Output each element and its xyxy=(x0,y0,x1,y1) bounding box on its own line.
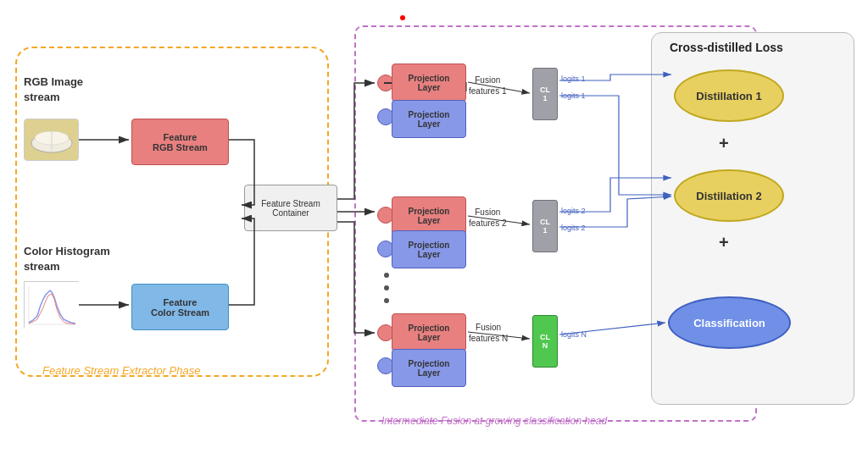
logit-1a: logits 1 xyxy=(561,75,586,83)
red-dot xyxy=(400,15,405,20)
proj-box-3: ProjectionLayer xyxy=(392,196,466,235)
cross-distilled-title: Cross-distilled Loss xyxy=(670,41,783,54)
proj-box-4: ProjectionLayer xyxy=(392,230,466,268)
proj-box-2: ProjectionLayer xyxy=(392,100,466,138)
plus-sign-1: + xyxy=(719,134,729,153)
cl-box-2: CL1 xyxy=(532,200,558,252)
color-hist-label: Color Histogramstream xyxy=(24,244,110,274)
logit-1b: logits 1 xyxy=(561,91,586,100)
cl-box-n: CLN xyxy=(532,315,558,368)
feature-stream-container: Feature StreamContainer xyxy=(244,185,337,231)
distillation-1: Distillation 1 xyxy=(674,69,784,122)
feature-color-box: FeatureColor Stream xyxy=(131,284,229,330)
logit-2a: logits 2 xyxy=(561,207,586,215)
fusion-label: Intermediate Fusion at growing classific… xyxy=(381,415,607,427)
distillation-2: Distillation 2 xyxy=(674,169,784,222)
fusion-feat-2: Fusionfeatures 2 xyxy=(469,207,506,229)
rgb-stream-label: RGB Imagestream xyxy=(24,75,83,105)
fusion-feat-1: Fusionfeatures 1 xyxy=(469,75,506,97)
plus-sign-2: + xyxy=(719,233,729,252)
histogram-image xyxy=(24,281,79,328)
classification-ellipse: Classification xyxy=(668,296,791,349)
cl-box-1: CL1 xyxy=(532,68,558,120)
proj-box-6: ProjectionLayer xyxy=(392,349,466,387)
proj-box-5: ProjectionLayer xyxy=(392,313,466,351)
proj-box-1: ProjectionLayer xyxy=(392,64,466,102)
feature-extractor-label: Feature Stream Extractor Phase xyxy=(42,364,200,377)
feature-rgb-box: FeatureRGB Stream xyxy=(131,119,229,165)
pill-image xyxy=(24,119,79,161)
logit-na: logits N xyxy=(561,330,587,339)
diagram-container: Feature Stream Extractor Phase RGB Image… xyxy=(0,0,868,459)
logit-2b: logits 2 xyxy=(561,224,586,232)
fusion-feat-n: Fusionfeatures N xyxy=(469,322,508,344)
